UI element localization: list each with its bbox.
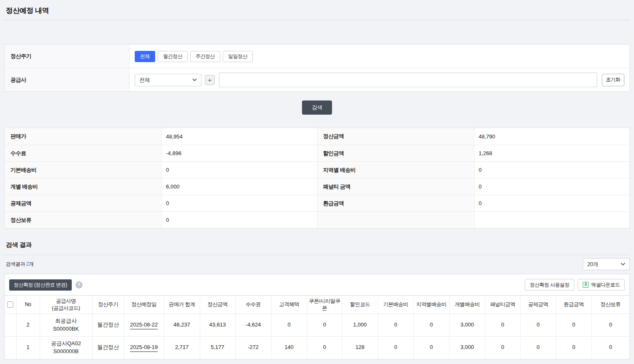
summary-label: 환급금액: [317, 195, 475, 211]
title-bar: 정산예정 내역: [4, 0, 630, 20]
data-cell-9: 0: [485, 336, 520, 359]
add-supplier-button[interactable]: +: [205, 75, 215, 85]
summary-value: 0: [475, 162, 630, 178]
cycle-option-3[interactable]: 일일정산: [223, 51, 253, 62]
summary-label: 정산보류: [5, 212, 162, 228]
summary-value: 6,000: [162, 178, 317, 195]
cycle-filter-label: 정산주기: [5, 45, 130, 68]
column-header-label: 지역별배송비: [415, 301, 448, 308]
column-header-4: 정산예정일: [124, 296, 164, 314]
result-count: 검색결과 2개: [4, 261, 34, 268]
column-header-14: 패널티금액: [485, 296, 520, 314]
column-header-12: 지역별배송비: [413, 296, 449, 314]
page-size-select[interactable]: 20개: [583, 258, 630, 270]
settlement-confirm-button[interactable]: 정산확정 (정산완료 변경): [9, 279, 72, 291]
data-cell-7: 0: [413, 314, 449, 336]
row-no: 2: [16, 314, 40, 336]
page: 정산예정 내역 정산주기 전체월간정산주간정산일일정산 공급사 전체 + 초기화…: [0, 0, 634, 359]
column-header-7: 수수료: [235, 296, 271, 314]
column-header-1: No: [16, 296, 40, 314]
cycle-buttons: 전체월간정산주간정산일일정산: [130, 45, 629, 68]
data-cell-7: 0: [413, 336, 449, 359]
data-cell-11: 0: [556, 336, 591, 359]
help-icon[interactable]: ?: [75, 281, 83, 289]
supplier-search-input[interactable]: [219, 73, 597, 87]
row-checkbox-cell: [5, 314, 16, 336]
excel-download-button[interactable]: X 엑셀다운로드: [578, 279, 625, 291]
search-button[interactable]: 검색: [302, 100, 332, 115]
summary-row: 개별 배송비6,000패널티 금액0: [5, 178, 629, 195]
data-cell-10: 0: [520, 314, 556, 336]
column-header-sublabel: (공급사코드): [41, 305, 91, 312]
dashed-separator: [4, 255, 630, 255]
actions-left: 정산확정 (정산완료 변경) ?: [9, 279, 83, 291]
results-heading: 검색 결과: [4, 240, 630, 250]
chevron-down-icon: [192, 78, 197, 81]
cycle-option-2[interactable]: 주간정산: [190, 51, 220, 62]
summary-label: 정산금액: [317, 128, 475, 145]
select-all-checkbox[interactable]: [7, 301, 13, 308]
confirm-settings-button[interactable]: 정산확정 사용설정: [525, 279, 574, 291]
page-title: 정산예정 내역: [6, 6, 628, 15]
result-count-suffix: 개: [29, 261, 34, 267]
data-cell-0: 46,237: [164, 314, 200, 336]
column-header-13: 개별배송비: [449, 296, 485, 314]
summary-row: 기본배송비0지역별 배송비0: [5, 161, 629, 178]
column-header-5: 판매가 합계: [164, 296, 200, 314]
data-cell-6: 0: [378, 336, 413, 359]
cycle-option-1[interactable]: 월간정산: [158, 51, 188, 62]
settlement-date-link[interactable]: 2025-08-22: [130, 321, 158, 329]
data-cell-9: 0: [485, 314, 520, 336]
column-header-9: 쿠폰/시리얼쿠폰: [307, 296, 342, 314]
column-header-label: 고객혜택: [272, 301, 306, 308]
column-header-label: 공급사명: [41, 298, 91, 305]
summary-label: 할인금액: [317, 145, 475, 161]
actions-right: 정산확정 사용설정 X 엑셀다운로드: [521, 279, 625, 291]
column-header-label: 기본배송비: [379, 301, 413, 308]
column-header-17: 정산보류: [591, 296, 629, 314]
count-row: 검색결과 2개 20개: [4, 258, 630, 270]
data-cell-8: 3,000: [449, 336, 485, 359]
supplier-code: S000000B: [40, 348, 92, 356]
summary-label: 패널티 금액: [317, 178, 475, 195]
supplier-cell: 공급사QA02S000000B: [40, 336, 92, 359]
column-header-label: No: [18, 301, 39, 308]
data-cell-4: 0: [307, 314, 342, 336]
column-header-label: 공제금액: [521, 301, 555, 308]
data-cell-2: -4,624: [235, 314, 271, 336]
summary-label: 지역별 배송비: [317, 162, 475, 178]
summary-table: 판매가48,954정산금액48,790수수료-4,896할인금액1,268기본배…: [4, 128, 630, 228]
results-table-body: 2최공급사S00000BK월간정산2025-08-2246,23743,613-…: [5, 314, 629, 359]
data-cell-5: 128: [342, 336, 378, 359]
summary-value: 1,268: [475, 145, 630, 161]
data-cell-12: 0: [591, 314, 629, 336]
supplier-filter-label: 공급사: [5, 68, 130, 91]
settlement-date-link[interactable]: 2025-08-19: [130, 344, 158, 352]
supplier-select[interactable]: 전체: [135, 74, 201, 86]
reset-button[interactable]: 초기화: [602, 74, 625, 86]
data-cell-0: 2,717: [164, 336, 200, 359]
supplier-name: 최공급사: [40, 317, 92, 325]
column-header-11: 기본배송비: [378, 296, 413, 314]
summary-row: 공제금액0환급금액0: [5, 195, 629, 211]
results-card: 정산확정 (정산완료 변경) ? 정산확정 사용설정 X 엑셀다운로드 No공급…: [4, 274, 630, 359]
data-cell-6: 0: [378, 314, 413, 336]
settlement-cycle: 월간정산: [92, 336, 124, 359]
column-header-10: 할인코드: [342, 296, 378, 314]
cycle-option-0[interactable]: 전체: [135, 51, 155, 62]
summary-value: 0: [475, 195, 630, 211]
column-header-label: 정산예정일: [125, 301, 163, 308]
supplier-cell: 최공급사S00000BK: [40, 314, 92, 336]
excel-icon: X: [583, 282, 589, 288]
summary-row: 판매가48,954정산금액48,790: [5, 128, 629, 145]
data-cell-4: 0: [307, 336, 342, 359]
result-count-prefix: 검색결과: [6, 261, 26, 267]
column-header-label: 할인코드: [343, 301, 377, 308]
column-header-label: 수수료: [236, 301, 270, 308]
summary-value: [475, 212, 630, 228]
settlement-date-cell: 2025-08-22: [124, 314, 164, 336]
row-checkbox-cell: [5, 336, 16, 359]
table-row: 1공급사QA02S000000B월간정산2025-08-192,7175,177…: [5, 336, 629, 359]
column-header-16: 환급금액: [556, 296, 591, 314]
search-row: 검색: [4, 100, 630, 115]
